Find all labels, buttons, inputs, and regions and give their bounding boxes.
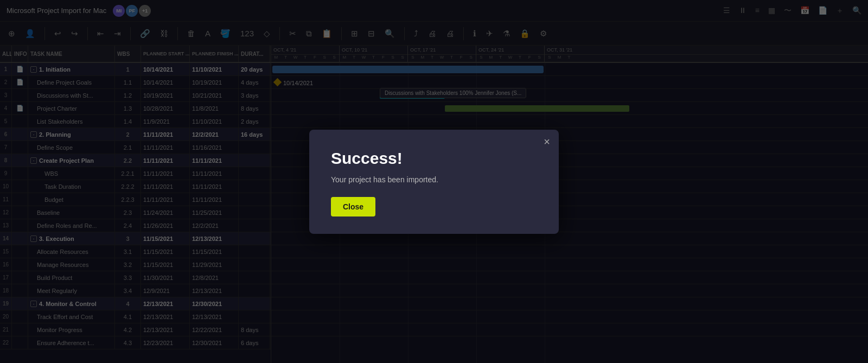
modal: × Success! Your project has been importe… bbox=[309, 130, 559, 234]
modal-body: Your project has been imported. bbox=[331, 175, 537, 184]
modal-overlay: × Success! Your project has been importe… bbox=[0, 0, 868, 363]
modal-close-button[interactable]: × bbox=[544, 136, 550, 147]
modal-title: Success! bbox=[331, 149, 537, 168]
modal-close-action-button[interactable]: Close bbox=[331, 197, 375, 216]
